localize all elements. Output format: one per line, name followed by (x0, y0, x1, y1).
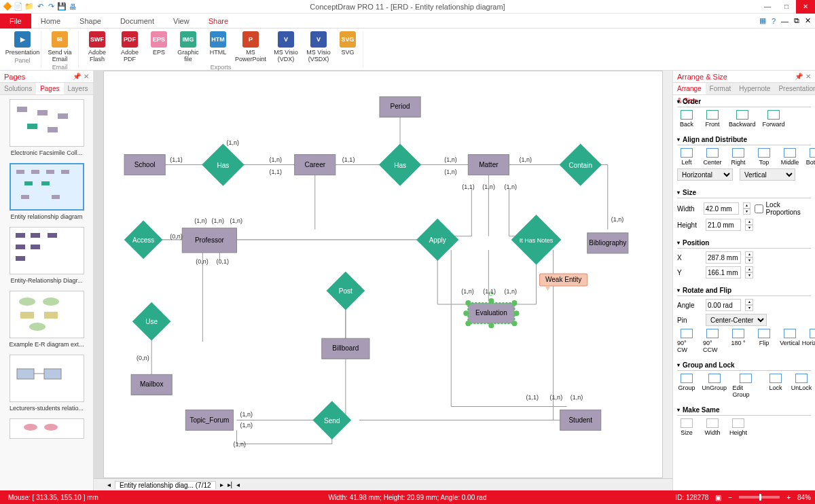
tab-last-icon[interactable]: ▸| (228, 481, 233, 488)
hscroll-left-icon[interactable]: ◂ (236, 481, 240, 488)
ppt-button[interactable]: PMS PowerPoint (234, 31, 268, 62)
thumb-1[interactable]: Electronic Facsimile Coll... (4, 99, 89, 156)
edit-group-button[interactable]: Edit Group (733, 374, 759, 398)
flip-button[interactable]: Flip (755, 329, 774, 353)
maximize-button[interactable]: □ (777, 0, 796, 14)
menu-file[interactable]: File (0, 14, 31, 29)
svg-rect-1 (37, 110, 48, 115)
thumb-2[interactable]: Entity relationship diagram (4, 163, 89, 220)
graphic-button[interactable]: IMGGraphic file (174, 31, 202, 62)
svg-button[interactable]: SVGSVG (337, 31, 359, 62)
eps-button[interactable]: EPSEPS (148, 31, 170, 62)
pin-icon[interactable]: 📌 (795, 73, 803, 80)
menu-shape[interactable]: Shape (70, 14, 111, 29)
close-button[interactable]: ✕ (796, 0, 815, 14)
mdi-restore-icon[interactable]: ⧉ (794, 16, 799, 25)
mdi-min-icon[interactable]: — (781, 17, 789, 25)
zoom-out-icon[interactable]: − (728, 494, 732, 501)
pin-select[interactable]: Center-Center (706, 314, 767, 326)
close-panel-icon[interactable]: ✕ (805, 73, 811, 80)
tab-pages[interactable]: Pages (36, 83, 63, 94)
distribute-v-select[interactable]: Vertical (740, 168, 795, 181)
mdi-close-icon[interactable]: ✕ (805, 16, 811, 25)
align-left-button[interactable]: Left (677, 148, 696, 166)
fit-icon[interactable]: ▣ (715, 494, 721, 501)
ungroup-button[interactable]: UnGroup (703, 374, 726, 398)
thumb-6[interactable] (4, 418, 89, 439)
order-back-button[interactable]: Back (677, 110, 696, 128)
lock-button[interactable]: Lock (766, 374, 785, 398)
order-front-button[interactable]: Front (703, 110, 722, 128)
rotate-180-button[interactable]: 180 ° (729, 329, 748, 353)
tab-solutions[interactable]: Solutions (0, 83, 36, 94)
menu-view[interactable]: View (164, 14, 199, 29)
pin-icon[interactable]: 📌 (73, 73, 81, 80)
canvas-viewport[interactable]: Has Has Contain Access Apply It Has Note… (103, 71, 663, 478)
same-width-button[interactable]: Width (703, 418, 722, 436)
tab-prev-icon[interactable]: ◂ (107, 481, 111, 488)
close-panel-icon[interactable]: ✕ (84, 73, 89, 80)
minimize-button[interactable]: — (758, 0, 777, 14)
height-input[interactable] (706, 219, 741, 231)
thumb-5[interactable]: Lecturers-students relatio... (4, 355, 89, 412)
send-email-button[interactable]: ✉ Send via Email (46, 31, 74, 62)
align-middle-button[interactable]: Middle (780, 148, 799, 166)
redo-icon[interactable]: ↷ (46, 2, 56, 12)
order-backward-button[interactable]: Backward (729, 110, 756, 128)
svg-text:(1,n): (1,n) (444, 156, 457, 163)
presentation-button[interactable]: ▶ Presentation (8, 31, 37, 56)
adobe-flash-button[interactable]: SWFAdobe Flash (83, 31, 111, 62)
tab-presentation[interactable]: Presentation (774, 83, 815, 94)
rotate-cw-button[interactable]: 90° CW (677, 329, 696, 353)
help-icon[interactable]: ? (772, 17, 776, 25)
thumb-4[interactable]: Example E-R diagram ext... (4, 291, 89, 348)
window-controls: — □ ✕ (758, 0, 815, 14)
menu-document[interactable]: Document (111, 14, 164, 29)
align-bottom-button[interactable]: Bottom (806, 148, 815, 166)
new-icon[interactable]: 📄 (14, 2, 23, 12)
diagram-canvas[interactable]: Has Has Contain Access Apply It Has Note… (104, 71, 662, 478)
visio-vdx-button[interactable]: VMS Visio (VDX) (272, 31, 300, 62)
y-input[interactable] (706, 266, 741, 278)
flip-h-button[interactable]: Horizontal (806, 329, 815, 353)
tab-layers[interactable]: Layers (64, 83, 92, 94)
width-spinner[interactable]: ▴▾ (743, 202, 750, 215)
vertical-scrollbar[interactable] (663, 71, 672, 478)
rotate-ccw-button[interactable]: 90° CCW (703, 329, 722, 353)
save-icon[interactable]: 💾 (57, 2, 67, 12)
height-spinner[interactable]: ▴▾ (745, 219, 753, 231)
undo-icon[interactable]: ↶ (35, 2, 45, 12)
same-height-button[interactable]: Height (729, 418, 748, 436)
unlock-button[interactable]: UnLock (792, 374, 811, 398)
menu-share[interactable]: Share (199, 14, 238, 29)
width-input[interactable] (704, 202, 739, 215)
adobe-pdf-button[interactable]: PDFAdobe PDF (115, 31, 144, 62)
zoom-in-icon[interactable]: + (786, 494, 791, 501)
workspace-icon[interactable]: ▦ (759, 16, 766, 25)
align-center-button[interactable]: Center (703, 148, 722, 166)
menu-home[interactable]: Home (31, 14, 70, 29)
same-size-button[interactable]: Size (677, 418, 696, 436)
tab-hypernote[interactable]: Hypernote (735, 83, 774, 94)
zoom-slider[interactable] (739, 496, 780, 499)
quick-access-toolbar: 🔶 📄 📁 ↶ ↷ 💾 🖶 (0, 2, 77, 12)
align-right-button[interactable]: Right (729, 148, 748, 166)
svg-point-107 (511, 321, 517, 326)
html-button[interactable]: HTMHTML (206, 31, 230, 62)
flip-v-button[interactable]: Vertical (780, 329, 799, 353)
canvas-tab-active[interactable]: Entity relationship diag... (7/12 (115, 481, 216, 489)
angle-input[interactable] (706, 299, 741, 311)
open-icon[interactable]: 📁 (24, 2, 34, 12)
align-top-button[interactable]: Top (755, 148, 774, 166)
x-input[interactable] (706, 251, 741, 264)
lock-proportions-checkbox[interactable] (755, 204, 763, 213)
distribute-h-select[interactable]: Horizontal (677, 168, 733, 181)
order-forward-button[interactable]: Forward (763, 110, 785, 128)
group-button[interactable]: Group (677, 374, 696, 398)
tab-next-icon[interactable]: ▸ (220, 481, 223, 488)
visio-vsdx-button[interactable]: VMS Visio (VSDX) (304, 31, 333, 62)
thumb-3[interactable]: Entity-Relationship Diagr... (4, 227, 89, 284)
tab-format[interactable]: Format (706, 83, 736, 94)
print-icon[interactable]: 🖶 (68, 2, 77, 12)
tab-arrange[interactable]: Arrange & Size (673, 83, 706, 94)
